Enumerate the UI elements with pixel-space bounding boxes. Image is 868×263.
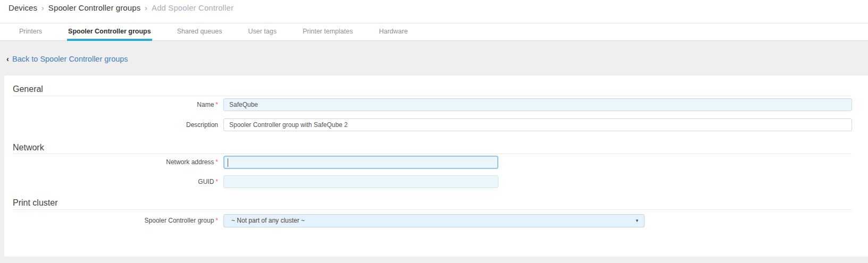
section-divider (13, 209, 852, 210)
tab-shared-queues[interactable]: Shared queues (176, 23, 223, 41)
spooler-controller-group-select[interactable]: ~ Not part of any cluster ~ ▾ (223, 214, 645, 227)
guid-label: GUID* (13, 175, 218, 188)
back-chevron-icon: ‹ (6, 54, 9, 63)
section-title-print-cluster: Print cluster (13, 197, 57, 209)
section-title-network: Network (13, 142, 44, 154)
tab-spooler-controller-groups[interactable]: Spooler Controller groups (67, 23, 152, 41)
tab-hardware[interactable]: Hardware (378, 23, 408, 41)
breadcrumb-bar: Devices › Spooler Controller groups › Ad… (0, 0, 868, 23)
breadcrumb-separator-icon: › (41, 2, 44, 14)
breadcrumb-item-add-spooler-controller: Add Spooler Controller (152, 2, 233, 14)
back-link-label: Back to Spooler Controller groups (12, 55, 128, 63)
required-marker: * (215, 178, 218, 185)
section-divider (13, 96, 852, 96)
dropdown-arrow-icon: ▾ (636, 215, 638, 227)
tab-printer-templates[interactable]: Printer templates (302, 23, 354, 41)
breadcrumb-item-devices[interactable]: Devices (9, 2, 37, 14)
form-row-name: Name* (4, 98, 868, 111)
tab-bar: Printers Spooler Controller groups Share… (0, 23, 868, 41)
spooler-controller-group-label: Spooler Controller group* (13, 214, 218, 227)
form-card: General Name* Description Network Networ… (4, 75, 868, 257)
section-title-general: General (13, 83, 43, 95)
breadcrumb: Devices › Spooler Controller groups › Ad… (9, 2, 233, 14)
form-row-spooler-controller-group: Spooler Controller group* ~ Not part of … (4, 214, 868, 227)
back-link[interactable]: ‹Back to Spooler Controller groups (6, 53, 128, 65)
name-label: Name* (13, 98, 218, 111)
network-address-label: Network address* (13, 156, 218, 169)
select-value: ~ Not part of any cluster ~ (231, 217, 305, 224)
tab-printers[interactable]: Printers (18, 23, 43, 41)
network-address-input[interactable] (223, 156, 498, 169)
form-row-description: Description (4, 118, 868, 131)
guid-input[interactable] (223, 175, 498, 188)
breadcrumb-separator-icon: › (145, 2, 147, 14)
required-marker: * (215, 217, 218, 224)
breadcrumb-item-spooler-controller-groups[interactable]: Spooler Controller groups (48, 2, 140, 14)
required-marker: * (215, 158, 218, 166)
form-row-guid: GUID* (4, 175, 868, 188)
name-input[interactable] (223, 98, 852, 111)
description-label: Description (13, 118, 218, 131)
form-row-network-address: Network address* (4, 156, 868, 169)
required-marker: * (215, 101, 218, 108)
section-divider (13, 154, 852, 154)
tab-user-tags[interactable]: User tags (247, 23, 278, 41)
description-input[interactable] (223, 118, 852, 131)
text-cursor (228, 158, 228, 167)
